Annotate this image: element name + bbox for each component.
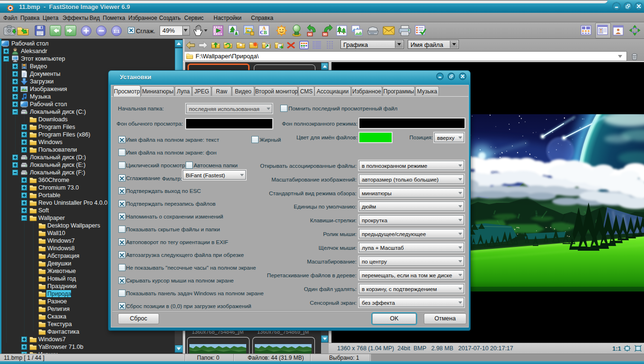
svg-text:1:1: 1:1 <box>113 29 119 34</box>
svg-text:B: B <box>264 30 267 35</box>
svg-text:90: 90 <box>308 33 312 36</box>
svg-text:C: C <box>260 30 263 35</box>
svg-text:90: 90 <box>323 33 327 36</box>
